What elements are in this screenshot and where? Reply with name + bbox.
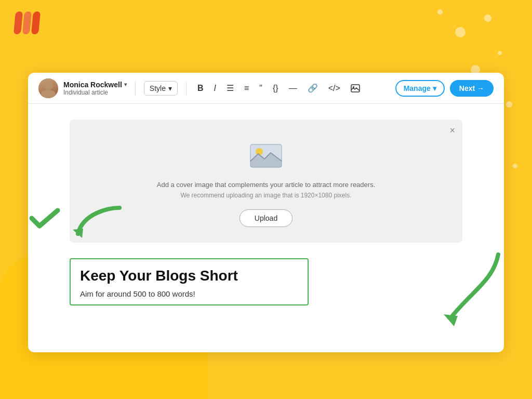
close-button[interactable]: × <box>449 126 455 135</box>
user-role: Individual article <box>63 89 127 96</box>
blog-subtitle: Aim for around 500 to 800 words! <box>80 289 298 298</box>
main-card: Monica Rockwell ▾ Individual article Sty… <box>28 73 504 352</box>
user-chevron-icon: ▾ <box>124 82 127 87</box>
upload-description: Add a cover image that complements your … <box>157 181 376 189</box>
style-chevron-icon: ▾ <box>168 84 172 92</box>
toolbar-divider-1 <box>135 81 136 96</box>
code-button[interactable]: {} <box>270 82 281 95</box>
image-upload-area: × Add a cover image that complements you… <box>70 119 462 243</box>
logo <box>15 11 39 34</box>
blog-title: Keep Your Blogs Short <box>80 268 298 284</box>
upload-button[interactable]: Upload <box>240 209 292 227</box>
divider-button[interactable]: — <box>286 82 300 95</box>
manage-chevron-icon: ▾ <box>433 84 436 92</box>
italic-button[interactable]: I <box>211 82 219 95</box>
quote-button[interactable]: " <box>257 82 265 95</box>
logo-stripe-1 <box>14 11 23 34</box>
style-button[interactable]: Style ▾ <box>144 81 178 96</box>
avatar-image <box>38 78 58 98</box>
avatar <box>38 78 58 98</box>
manage-label: Manage <box>404 84 431 92</box>
image-placeholder-icon <box>248 140 284 171</box>
link-button[interactable]: 🔗 <box>305 82 321 95</box>
toolbar: Monica Rockwell ▾ Individual article Sty… <box>28 73 504 104</box>
bold-button[interactable]: B <box>195 82 206 95</box>
ordered-list-button[interactable]: ≡ <box>242 82 251 95</box>
manage-button[interactable]: Manage ▾ <box>395 80 445 97</box>
logo-stripe-3 <box>31 11 41 34</box>
logo-stripe-2 <box>22 11 32 34</box>
html-button[interactable]: </> <box>326 82 343 95</box>
next-label: Next → <box>459 84 484 92</box>
style-label: Style <box>150 84 166 92</box>
blog-title-box: Keep Your Blogs Short Aim for around 500… <box>70 258 309 305</box>
image-button[interactable] <box>348 82 363 95</box>
user-text: Monica Rockwell ▾ Individual article <box>63 81 127 96</box>
toolbar-divider-2 <box>186 81 187 96</box>
card-content: × Add a cover image that complements you… <box>28 119 504 316</box>
unordered-list-button[interactable]: ☰ <box>224 82 236 95</box>
next-button[interactable]: Next → <box>450 80 494 97</box>
blog-content-area[interactable]: Keep Your Blogs Short Aim for around 500… <box>28 253 504 316</box>
user-name: Monica Rockwell ▾ <box>63 81 127 89</box>
upload-recommendation: We recommend uploading an image that is … <box>181 192 352 199</box>
user-info[interactable]: Monica Rockwell ▾ Individual article <box>38 78 127 98</box>
